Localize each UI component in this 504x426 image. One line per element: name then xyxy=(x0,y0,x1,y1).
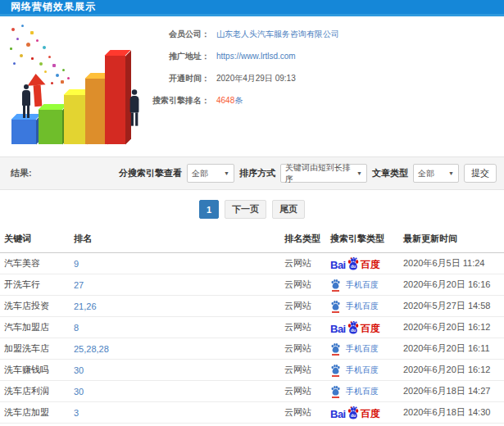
app-header: 网络营销效果展示 xyxy=(0,0,504,16)
promo-url-label: 推广地址： xyxy=(149,52,210,61)
baidu-paw-icon xyxy=(330,300,341,310)
next-page-button[interactable]: 下一页 xyxy=(225,200,266,219)
businessman-figure xyxy=(127,89,140,125)
bar xyxy=(64,95,87,144)
baidu-paw-icon xyxy=(330,385,341,396)
engine-cell: Baidu百度 xyxy=(330,253,403,274)
bar xyxy=(85,79,107,144)
updated-cell: 2020年5月27日 14:58 xyxy=(403,296,504,317)
keyword-cell: 开洗车行 xyxy=(0,274,74,296)
rank-link[interactable]: 21,26 xyxy=(74,301,97,311)
baidu-logo[interactable]: Baidu百度 xyxy=(330,257,380,270)
updated-cell: 2020年6月20日 16:12 xyxy=(403,317,504,338)
mobile-baidu-link[interactable]: 手机百度 xyxy=(330,342,379,356)
member-company-label: 会员公司： xyxy=(149,29,210,39)
page-1-button[interactable]: 1 xyxy=(199,200,219,219)
sort-select[interactable]: 关键词由短到长排序 ▼ xyxy=(280,164,367,183)
keyword-cell: 加盟洗车店 xyxy=(0,338,74,360)
column-header: 排名类型 xyxy=(284,226,330,253)
ranking-table: 关键词排名排名类型搜索引擎类型最新更新时间 汽车美容9云网站Baidu百度202… xyxy=(0,226,504,424)
rank-type-cell: 云网站 xyxy=(284,381,330,402)
rank-link[interactable]: 30 xyxy=(74,365,84,375)
table-row: 开洗车行27云网站手机百度2020年6月20日 16:16 xyxy=(0,274,504,296)
info-row: 搜索引擎排名：4648条 xyxy=(149,96,339,106)
chevron-down-icon: ▼ xyxy=(356,170,362,176)
rank-type-cell: 云网站 xyxy=(284,338,330,360)
rank-link[interactable]: 27 xyxy=(74,280,84,290)
profile-section: 会员公司：山东老人头汽车服务咨询有限公司推广地址：https://www.lrt… xyxy=(0,21,504,154)
rank-link[interactable]: 25,28,28 xyxy=(74,344,109,354)
mobile-baidu-link[interactable]: 手机百度 xyxy=(330,364,379,377)
engine-view-selected-value: 全部 xyxy=(192,168,208,179)
baidu-paw-icon: du xyxy=(347,321,360,334)
mobile-baidu-link[interactable]: 手机百度 xyxy=(330,385,379,398)
member-company[interactable]: 山东老人头汽车服务咨询有限公司 xyxy=(216,29,339,39)
keyword-cell: 洗车店投资 xyxy=(0,296,74,317)
engine-cell: 手机百度 xyxy=(330,296,403,317)
keyword-cell: 汽车加盟店 xyxy=(0,317,74,338)
baidu-logo[interactable]: Baidu百度 xyxy=(330,321,380,334)
engine-cell: Baidu百度 xyxy=(330,402,403,424)
mobile-baidu-paw-icon xyxy=(330,342,342,356)
column-header: 关键词 xyxy=(0,226,74,253)
submit-button[interactable]: 提交 xyxy=(464,164,497,183)
keyword-cell: 汽车美容 xyxy=(0,253,74,274)
rank-link[interactable]: 3 xyxy=(74,408,79,418)
baidu-paw-icon: du xyxy=(347,406,360,419)
mobile-baidu-paw-icon xyxy=(330,300,342,313)
baidu-paw-icon xyxy=(330,342,341,353)
rank-cell: 30 xyxy=(74,381,284,402)
updated-cell: 2020年6月20日 16:12 xyxy=(403,360,504,381)
engine-view-select[interactable]: 全部 ▼ xyxy=(187,164,234,183)
article-type-label: 文章类型 xyxy=(372,167,408,179)
rank-cell: 21,26 xyxy=(74,296,284,317)
mobile-baidu-paw-icon xyxy=(330,385,342,398)
rank-link[interactable]: 8 xyxy=(74,323,79,333)
table-row: 洗车店利润30云网站手机百度2020年6月18日 14:27 xyxy=(0,381,504,402)
article-type-select[interactable]: 全部 ▼ xyxy=(413,164,459,183)
keyword-cell: 洗车店利润 xyxy=(0,381,74,402)
rank-type-cell: 云网站 xyxy=(284,360,330,381)
promo-url[interactable]: https://www.lrtlsd.com xyxy=(216,52,296,61)
updated-cell: 2020年6月5日 11:24 xyxy=(403,253,504,274)
rank-link[interactable]: 9 xyxy=(74,259,79,269)
last-page-button[interactable]: 尾页 xyxy=(272,200,305,219)
table-row: 加盟洗车店25,28,28云网站手机百度2020年6月20日 16:11 xyxy=(0,338,504,360)
page-title: 网络营销效果展示 xyxy=(11,0,96,14)
mobile-baidu-link[interactable]: 手机百度 xyxy=(330,279,379,292)
rank-cell: 3 xyxy=(74,402,284,424)
table-row: 汽车加盟店8云网站Baidu百度2020年6月20日 16:12 xyxy=(0,317,504,338)
engine-cell: Baidu百度 xyxy=(330,317,403,338)
engine-rank-count-label: 搜索引擎排名： xyxy=(149,96,210,106)
table-row: 洗车店加盟3云网站Baidu百度2020年6月18日 14:30 xyxy=(0,402,504,424)
updated-cell: 2020年6月18日 14:30 xyxy=(403,402,504,424)
rank-link[interactable]: 30 xyxy=(74,387,84,397)
mobile-baidu-label: 手机百度 xyxy=(346,386,379,397)
bar-chart-illustration xyxy=(3,21,149,151)
rank-cell: 9 xyxy=(74,253,284,274)
open-time: 2020年4月29日 09:13 xyxy=(216,74,296,84)
engine-rank-count-suffix: 条 xyxy=(234,96,243,106)
mobile-baidu-label: 手机百度 xyxy=(346,343,379,355)
rank-cell: 30 xyxy=(74,360,284,381)
sort-selected-value: 关键词由短到长排序 xyxy=(285,162,353,185)
sort-label: 排序方式 xyxy=(239,167,275,179)
mobile-baidu-label: 手机百度 xyxy=(346,365,379,376)
mobile-baidu-label: 手机百度 xyxy=(346,301,379,312)
updated-cell: 2020年6月20日 16:16 xyxy=(403,274,504,296)
open-time-label: 开通时间： xyxy=(149,74,210,84)
updated-cell: 2020年6月18日 14:27 xyxy=(403,381,504,402)
mobile-baidu-link[interactable]: 手机百度 xyxy=(330,300,379,313)
table-header-row: 关键词排名排名类型搜索引擎类型最新更新时间 xyxy=(0,226,504,253)
updated-cell: 2020年6月20日 16:11 xyxy=(403,338,504,360)
rank-type-cell: 云网站 xyxy=(284,317,330,338)
svg-text:du: du xyxy=(351,414,356,418)
table-row: 汽车美容9云网站Baidu百度2020年6月5日 11:24 xyxy=(0,253,504,274)
bar xyxy=(39,110,62,144)
engine-cell: 手机百度 xyxy=(330,381,403,402)
keyword-cell: 洗车店加盟 xyxy=(0,402,74,424)
pagination: 1 下一页 尾页 xyxy=(0,200,504,219)
rank-type-cell: 云网站 xyxy=(284,402,330,424)
svg-text:du: du xyxy=(351,265,356,269)
baidu-logo[interactable]: Baidu百度 xyxy=(330,406,380,419)
